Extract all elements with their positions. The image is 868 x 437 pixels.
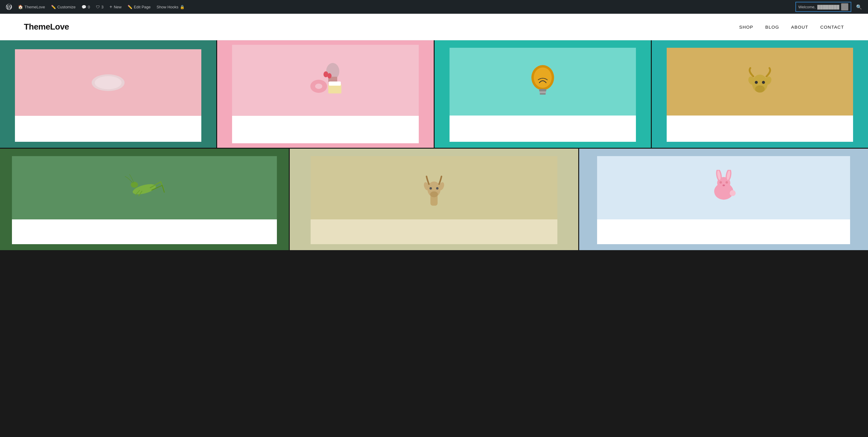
- lightbulb-icon: [528, 62, 558, 101]
- customize-button[interactable]: ✏️ Customize: [49, 0, 78, 14]
- welcome-text: Welcome,: [798, 5, 816, 9]
- site-logo[interactable]: ThemeLove: [24, 22, 69, 32]
- svg-point-5: [315, 83, 322, 89]
- svg-point-36: [719, 181, 722, 183]
- svg-point-1: [95, 76, 122, 89]
- plus-icon: +: [110, 4, 112, 9]
- svg-point-37: [725, 181, 728, 183]
- svg-point-22: [131, 182, 138, 188]
- sweets-icon: [304, 59, 346, 101]
- svg-point-9: [328, 73, 332, 78]
- gallery-cell-r1-4[interactable]: [652, 40, 868, 148]
- search-button[interactable]: 🔍: [854, 4, 864, 10]
- nav-shop[interactable]: SHOP: [739, 25, 753, 30]
- customize-icon: ✏️: [51, 5, 56, 9]
- edit-page-button[interactable]: ✏️ Edit Page: [125, 0, 153, 14]
- site-name-button[interactable]: 🏠 ThemeLove: [16, 0, 48, 14]
- gallery-cell-r2-1[interactable]: [0, 149, 289, 250]
- lock-icon: 🔒: [180, 5, 185, 9]
- nav-blog[interactable]: BLOG: [765, 25, 779, 30]
- new-label: New: [114, 5, 122, 9]
- svg-point-16: [755, 86, 765, 93]
- show-hooks-button[interactable]: Show Hooks 🔒: [154, 0, 187, 14]
- security-button[interactable]: 🛡 3: [93, 0, 106, 14]
- comments-count: 0: [88, 5, 90, 9]
- gallery-cell-r2-2[interactable]: [290, 149, 579, 250]
- new-button[interactable]: + New: [107, 0, 124, 14]
- gallery-cell-r2-3[interactable]: [579, 149, 868, 250]
- rabbit-icon: [706, 170, 742, 206]
- svg-point-19: [755, 81, 758, 84]
- site-name-label: ThemeLove: [25, 5, 45, 9]
- svg-rect-12: [539, 89, 546, 91]
- grasshopper-icon: [122, 173, 167, 203]
- nav-about[interactable]: ABOUT: [791, 25, 809, 30]
- wordpress-icon: [6, 4, 12, 10]
- svg-point-38: [722, 184, 725, 186]
- svg-point-11: [534, 67, 552, 88]
- admin-bar: 🏠 ThemeLove ✏️ Customize 💬 0 🛡 3 + New ✏…: [0, 0, 868, 14]
- admin-bar-right: Welcome, ████████ 🔍: [796, 2, 864, 12]
- svg-point-28: [430, 187, 432, 190]
- edit-icon: ✏️: [128, 5, 132, 9]
- svg-point-20: [762, 81, 765, 84]
- svg-point-39: [730, 190, 736, 196]
- gallery-cell-r1-3[interactable]: [435, 40, 651, 148]
- nav-contact[interactable]: CONTACT: [820, 25, 844, 30]
- site-header: ThemeLove SHOP BLOG ABOUT CONTACT: [0, 14, 868, 40]
- svg-point-25: [430, 191, 438, 197]
- site-nav: SHOP BLOG ABOUT CONTACT: [739, 25, 844, 30]
- goat-head-icon: [745, 65, 775, 98]
- username-text: ████████: [817, 5, 839, 9]
- shield-icon: 🛡: [96, 5, 100, 9]
- svg-point-29: [436, 187, 438, 190]
- svg-rect-13: [539, 91, 546, 93]
- hooks-label: Show Hooks: [156, 5, 178, 9]
- gallery-row-2: [0, 149, 868, 250]
- gallery-row-1: [0, 40, 868, 148]
- pill-icon: [90, 72, 126, 93]
- deer-head-icon: [421, 170, 447, 206]
- svg-rect-7: [329, 81, 341, 86]
- gallery: [0, 40, 868, 250]
- wp-logo-button[interactable]: [4, 0, 14, 14]
- avatar: [841, 3, 848, 10]
- edit-page-label: Edit Page: [134, 5, 151, 9]
- gallery-cell-r1-2[interactable]: [217, 40, 433, 148]
- comments-button[interactable]: 💬 0: [79, 0, 92, 14]
- comments-icon: 💬: [82, 5, 86, 9]
- gallery-cell-r1-1[interactable]: [0, 40, 216, 148]
- welcome-box[interactable]: Welcome, ████████: [796, 2, 851, 12]
- svg-rect-14: [540, 93, 546, 95]
- customize-label: Customize: [57, 5, 75, 9]
- home-icon: 🏠: [18, 4, 23, 9]
- security-count: 3: [101, 5, 103, 9]
